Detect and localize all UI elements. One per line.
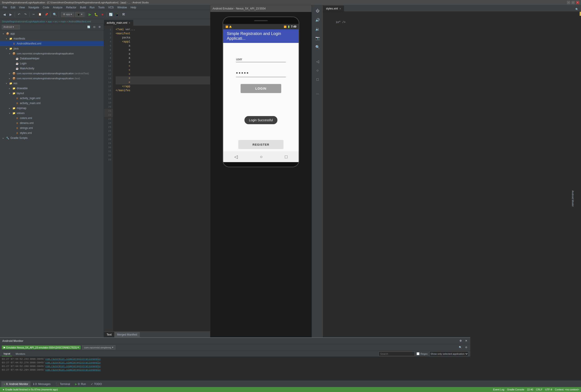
menu-run[interactable]: Run (88, 5, 96, 10)
maximize-btn[interactable]: □ (572, 1, 575, 4)
menu-window[interactable]: Window (116, 5, 129, 10)
monitor-tab-monitors[interactable]: Monitors (14, 351, 27, 356)
log-link-1[interactable]: com.razormist.simpleregistrationandlo (46, 357, 100, 361)
avd-btn[interactable]: 📱 (114, 11, 120, 17)
tree-item-dbhelper[interactable]: ▸ ☕ DatabaseHelper (0, 56, 104, 61)
tree-item-layout[interactable]: ▾ 📁 layout (0, 91, 104, 96)
collapse-all-btn[interactable]: ⊟ (92, 25, 96, 29)
app-pill[interactable]: com.razormist.simplereq ▾ (82, 345, 116, 350)
tab-close-activity-main[interactable]: ✕ (128, 22, 130, 24)
tree-item-dimens[interactable]: ▸ 🗎 dimens.xml (0, 121, 104, 126)
status-encoding[interactable]: UTF-8 (545, 388, 552, 391)
log-link-2[interactable]: com.razormist.simpleregistrationandlo (46, 361, 100, 365)
tree-item-values[interactable]: ▾ 📁 values (0, 111, 104, 116)
tree-item-app[interactable]: ▾ 📦 app (0, 31, 104, 36)
monitor-filter-btn[interactable]: ⚙ (464, 345, 468, 350)
tab-merged-manifest[interactable]: Merged Manifest (114, 332, 140, 337)
toolbar-back-btn[interactable]: ◀ (1, 11, 7, 17)
status-gradle-console[interactable]: Gradle Console (507, 388, 524, 391)
tool-home-icon[interactable]: ○ (314, 66, 322, 74)
menu-vcs[interactable]: VCS (106, 5, 116, 10)
menu-code[interactable]: Code (41, 5, 51, 10)
tool-camera-icon[interactable]: 📷 (314, 34, 322, 42)
tool-more-icon[interactable]: ··· (314, 90, 322, 98)
breadcrumb-app[interactable]: app (48, 20, 52, 23)
toolbar-cut-btn[interactable]: ✂ (31, 11, 36, 17)
tree-item-manifests[interactable]: ▾ 📁 manifests (0, 36, 104, 41)
register-button[interactable]: REGISTER (238, 140, 284, 149)
close-btn[interactable]: ✕ (576, 1, 579, 4)
tree-item-pkg2[interactable]: ▸ 📦 com.razormist.simpleregistrationandl… (0, 71, 104, 76)
menu-edit[interactable]: Edit (9, 5, 17, 10)
minimize-btn[interactable]: – (567, 1, 570, 4)
tool-volume-up-icon[interactable]: 🔊 (314, 16, 322, 24)
tree-item-login[interactable]: ▸ ☕ Login (0, 61, 104, 66)
toolbar-paste-btn[interactable]: 📌 (43, 11, 49, 17)
breadcrumb-src[interactable]: src (54, 20, 58, 23)
settings-btn[interactable]: ⚙ (97, 25, 102, 29)
device-selector[interactable]: 📱 ▾ (75, 12, 84, 17)
log-link-4[interactable]: com.razormist.simpleregistrationandlo (46, 368, 100, 372)
status-crlf[interactable]: CRLF (536, 388, 542, 391)
tree-item-pkg3[interactable]: ▸ 📦 com.razormist.simpleregistrationandl… (0, 76, 104, 81)
nav-home-icon[interactable]: ○ (260, 154, 262, 159)
tool-power-icon[interactable]: ⏻ (314, 7, 322, 15)
tab-styles-xml[interactable]: styles.xml ✕ (323, 6, 344, 11)
code-text[interactable]: <?xml ver... <manifest packa <appl a a a… (113, 26, 210, 337)
status-event-log[interactable]: Event Log (493, 388, 504, 391)
tree-item-drawable[interactable]: ▸ 📁 drawable (0, 86, 104, 91)
menu-help[interactable]: Help (129, 5, 138, 10)
tool-volume-down-icon[interactable]: 🔉 (314, 25, 322, 33)
tab-text[interactable]: Text (104, 332, 114, 337)
tree-item-mipmap[interactable]: ▸ 📁 mipmap (0, 106, 104, 111)
toolbar-search-btn[interactable]: 🔍 (52, 11, 58, 17)
sync-project-btn[interactable]: 🔄 (86, 25, 91, 29)
toolbar-undo-btn[interactable]: ↶ (16, 11, 22, 17)
stop-btn[interactable]: ■ (100, 11, 106, 17)
tab-styles-close[interactable]: ✕ (339, 7, 341, 10)
menu-refactor[interactable]: Refactor (64, 5, 78, 10)
tree-item-colors[interactable]: ▸ 🗎 colors.xml (0, 116, 104, 121)
tree-item-java[interactable]: ▾ 📁 java (0, 46, 104, 51)
toolbar-copy-btn[interactable]: 📋 (37, 11, 43, 17)
toolbar-forward-btn[interactable]: ▶ (8, 11, 14, 17)
android-model-tab[interactable]: Android Model (572, 191, 574, 207)
logcat-search-input[interactable] (378, 352, 415, 356)
tool-square-icon[interactable]: □ (314, 75, 322, 83)
tree-item-strings[interactable]: ▸ 🗎 strings.xml (0, 126, 104, 130)
log-filter-select[interactable]: Show only selected application (430, 351, 468, 356)
breadcrumb-main[interactable]: main (60, 20, 66, 23)
bottom-tab-run[interactable]: ▶ 0: Run (73, 382, 88, 387)
regex-checkbox[interactable] (416, 352, 420, 355)
tree-item-gradle[interactable]: ▸ 🔧 Gradle Scripts (0, 135, 104, 140)
tree-item-androidmanifest[interactable]: ▸ 🗎 AndroidManifest.xml (0, 41, 104, 46)
tool-back-icon[interactable]: ◁ (314, 57, 322, 65)
menu-view[interactable]: View (17, 5, 27, 10)
nav-recent-icon[interactable]: □ (285, 154, 288, 159)
tree-item-activity-login[interactable]: ▸ 🗎 activity_login.xml (0, 96, 104, 101)
toolbar-redo-btn[interactable]: ↷ (22, 11, 28, 17)
tab-activity-main[interactable]: activity_main.xml ✕ (104, 20, 133, 26)
tree-item-activity-main[interactable]: ▸ 🗎 activity_main.xml (0, 101, 104, 106)
login-button[interactable]: LOGIN (240, 84, 281, 93)
styles-search-btn[interactable]: 🔍 (575, 7, 579, 11)
menu-navigate[interactable]: Navigate (27, 5, 41, 10)
run-btn[interactable]: ▶ (87, 11, 93, 17)
menu-file[interactable]: File (1, 5, 9, 10)
menu-analyze[interactable]: Analyze (51, 5, 64, 10)
monitor-tab-logcat[interactable]: logcat (2, 351, 12, 356)
sync-btn[interactable]: 🔄 (108, 11, 114, 17)
bottom-tab-terminal[interactable]: ⬛ Terminal (53, 382, 72, 387)
android-dropdown[interactable]: Android ▾ (2, 25, 20, 29)
bottom-tab-todo[interactable]: ✓ TODO (88, 382, 104, 387)
menu-build[interactable]: Build (78, 5, 88, 10)
bottom-tab-messages[interactable]: ℹ 0: Messages (31, 382, 53, 387)
tool-zoom-icon[interactable]: 🔍 (314, 43, 322, 51)
log-link-3[interactable]: com.razormist.simpleregistrationandlo (46, 365, 100, 368)
debug-btn[interactable]: 🐛 (93, 11, 99, 17)
device-pill[interactable]: ▶ Emulator Nexus_5X_API_23 emulator-5554… (2, 346, 81, 349)
monitor-close-btn[interactable]: ✕ (464, 339, 468, 343)
tree-item-pkg1[interactable]: ▾ 📦 com.razormist.simpleregistrationandl… (0, 51, 104, 56)
tree-item-mainactivity[interactable]: ▸ ☕ MainActivity (0, 66, 104, 71)
monitor-search-btn[interactable]: 🔍 (458, 345, 463, 350)
